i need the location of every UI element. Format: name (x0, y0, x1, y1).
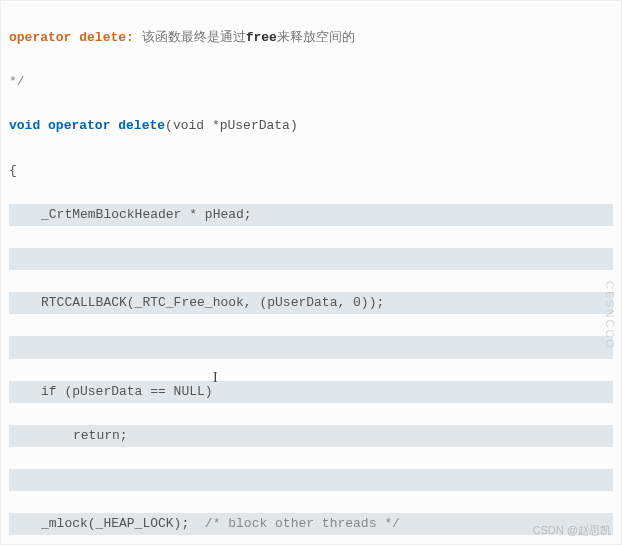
comment-desc: 该函数最终是通过 (142, 30, 246, 45)
code-block: operator delete: 该函数最终是通过free来释放空间的 */ v… (1, 1, 621, 545)
comment-close: */ (9, 71, 613, 93)
sig-params: (void *pUserData) (165, 118, 298, 133)
rtc-line: RTCCALLBACK(_RTC_Free_hook, (pUserData, … (9, 292, 613, 314)
if-line: if (pUserData == NULL) (9, 381, 613, 403)
kw-free: free (246, 30, 277, 45)
kw-delete2: delete (118, 118, 165, 133)
text-cursor-icon: I (213, 366, 218, 390)
brace-open: { (9, 160, 613, 182)
block-comment: /* block other threads */ (205, 516, 400, 531)
footer-watermark: CSDN @赵思凯 (533, 521, 611, 540)
side-watermark: CESNCCO (600, 281, 619, 350)
kw-void: void (9, 118, 40, 133)
decl-line: _CrtMemBlockHeader * pHead; (9, 204, 613, 226)
kw-delete: delete: (79, 30, 134, 45)
return1: return; (9, 425, 613, 447)
kw-operator: operator (9, 30, 71, 45)
kw-operator2: operator (48, 118, 110, 133)
mlock: _mlock(_HEAP_LOCK); (41, 516, 205, 531)
comment-desc2: 来释放空间的 (277, 30, 355, 45)
